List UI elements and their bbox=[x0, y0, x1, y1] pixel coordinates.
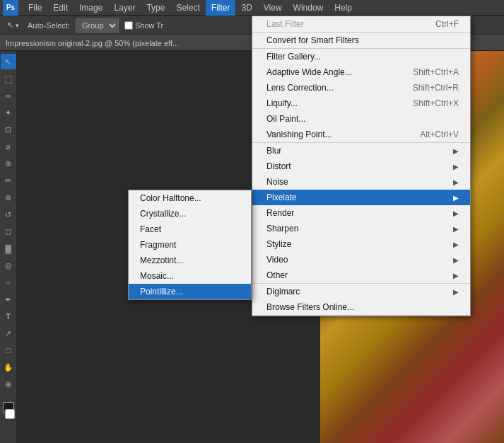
filter-menu-section-bottom: Digimarc ▶ Browse Filters Online... bbox=[252, 284, 470, 316]
tool-gradient[interactable]: ▓ bbox=[1, 241, 16, 256]
tool-shapes[interactable]: □ bbox=[1, 343, 16, 358]
last-filter-label: Last Filter bbox=[266, 19, 304, 29]
menu-window[interactable]: Window bbox=[288, 0, 329, 16]
pixelate-facet[interactable]: Facet bbox=[129, 222, 251, 237]
pointillize-label: Pointillize... bbox=[140, 287, 183, 297]
filter-convert-smart[interactable]: Convert for Smart Filters bbox=[252, 33, 470, 48]
menu-edit[interactable]: Edit bbox=[47, 0, 74, 16]
filter-menu: Last Filter Ctrl+F Convert for Smart Fil… bbox=[252, 16, 471, 316]
filter-adaptive-shortcut: Shift+Ctrl+A bbox=[413, 67, 459, 77]
mosaic-label: Mosaic... bbox=[140, 271, 174, 281]
left-toolbar: ↖ ⬚ ∞ ✦ ⊡ ⌀ ⊕ ✏ ⊛ ↺ ◻ ▓ ◎ ○ ✒ T ↗ □ ✋ ⊕ bbox=[0, 51, 17, 443]
filter-video-arrow: ▶ bbox=[453, 256, 459, 264]
filter-digimarc-arrow: ▶ bbox=[453, 288, 459, 296]
filter-render-label: Render bbox=[266, 208, 294, 218]
tool-brush[interactable]: ✏ bbox=[1, 173, 16, 188]
filter-render[interactable]: Render ▶ bbox=[252, 205, 470, 221]
filter-distort-arrow: ▶ bbox=[453, 163, 459, 171]
pixelate-mezzotint[interactable]: Mezzotint... bbox=[129, 253, 251, 268]
tool-zoom[interactable]: ⊕ bbox=[1, 376, 16, 392]
tool-pen[interactable]: ✒ bbox=[1, 292, 16, 307]
filter-blur-label: Blur bbox=[266, 146, 281, 156]
filter-sharpen-label: Sharpen bbox=[266, 224, 298, 234]
filter-sharpen-arrow: ▶ bbox=[453, 225, 459, 233]
menu-layer[interactable]: Layer bbox=[108, 0, 141, 16]
color-halftone-label: Color Halftone... bbox=[140, 193, 201, 203]
filter-vanishing[interactable]: Vanishing Point... Alt+Ctrl+V bbox=[252, 127, 470, 142]
tool-eraser[interactable]: ◻ bbox=[1, 224, 16, 239]
tool-dodge[interactable]: ○ bbox=[1, 275, 16, 290]
filter-stylize-arrow: ▶ bbox=[453, 241, 459, 248]
pixelate-mosaic[interactable]: Mosaic... bbox=[129, 268, 251, 284]
filter-sharpen[interactable]: Sharpen ▶ bbox=[252, 221, 470, 236]
show-transform-checkbox[interactable] bbox=[124, 21, 133, 30]
filter-gallery-label: Filter Gallery... bbox=[266, 52, 321, 62]
filter-other-label: Other bbox=[266, 270, 288, 280]
document-title: Impressionism original-2.jpg @ 50% (pixe… bbox=[6, 39, 179, 47]
tool-move[interactable]: ↖ bbox=[1, 54, 16, 69]
tool-history[interactable]: ↺ bbox=[1, 207, 16, 222]
background-color[interactable] bbox=[5, 409, 15, 419]
autoselect-dropdown[interactable]: Group Layer bbox=[76, 18, 119, 33]
tool-select-rect[interactable]: ⬚ bbox=[1, 71, 16, 86]
filter-gallery[interactable]: Filter Gallery... bbox=[252, 49, 470, 64]
tool-hand[interactable]: ✋ bbox=[1, 359, 16, 375]
filter-browse[interactable]: Browse Filters Online... bbox=[252, 299, 470, 315]
filter-adaptive[interactable]: Adaptive Wide Angle... Shift+Ctrl+A bbox=[252, 64, 470, 80]
pixelate-crystallize[interactable]: Crystallize... bbox=[129, 206, 251, 222]
tool-crop[interactable]: ⊡ bbox=[1, 122, 16, 137]
filter-pixelate-arrow: ▶ bbox=[453, 194, 459, 202]
filter-noise[interactable]: Noise ▶ bbox=[252, 174, 470, 190]
show-transform-label: Show Tr bbox=[135, 21, 163, 30]
filter-oilpaint[interactable]: Oil Paint... bbox=[252, 111, 470, 127]
menu-select[interactable]: Select bbox=[170, 0, 205, 16]
menu-file[interactable]: File bbox=[23, 0, 47, 16]
filter-other-arrow: ▶ bbox=[453, 272, 459, 280]
move-icon: ↖ bbox=[7, 21, 13, 30]
filter-lens[interactable]: Lens Correction... Shift+Ctrl+R bbox=[252, 80, 470, 96]
facet-label: Facet bbox=[140, 224, 161, 234]
filter-stylize-label: Stylize bbox=[266, 239, 291, 249]
filter-distort-label: Distort bbox=[266, 161, 291, 171]
filter-digimarc[interactable]: Digimarc ▶ bbox=[252, 284, 470, 299]
filter-vanishing-shortcut: Alt+Ctrl+V bbox=[420, 130, 459, 139]
menu-help[interactable]: Help bbox=[329, 0, 358, 16]
tool-eyedropper[interactable]: ⌀ bbox=[1, 139, 16, 154]
show-transform-checkbox-area: Show Tr bbox=[122, 20, 166, 31]
filter-distort[interactable]: Distort ▶ bbox=[252, 159, 470, 174]
tool-stamp[interactable]: ⊛ bbox=[1, 190, 16, 205]
filter-stylize[interactable]: Stylize ▶ bbox=[252, 236, 470, 252]
filter-noise-arrow: ▶ bbox=[453, 178, 459, 186]
filter-pixelate[interactable]: Pixelate ▶ bbox=[252, 190, 470, 205]
tool-text[interactable]: T bbox=[1, 309, 16, 324]
mezzotint-label: Mezzotint... bbox=[140, 255, 183, 265]
menu-3d[interactable]: 3D bbox=[235, 0, 257, 16]
pixelate-color-halftone[interactable]: Color Halftone... bbox=[129, 190, 251, 206]
menu-filter[interactable]: Filter bbox=[206, 0, 236, 16]
filter-adaptive-label: Adaptive Wide Angle... bbox=[266, 67, 352, 77]
menu-view[interactable]: View bbox=[258, 0, 288, 16]
filter-menu-section-gallery: Filter Gallery... Adaptive Wide Angle...… bbox=[252, 49, 470, 143]
tool-blur[interactable]: ◎ bbox=[1, 258, 16, 273]
ps-logo: Ps bbox=[3, 0, 18, 16]
filter-pixelate-label: Pixelate bbox=[266, 192, 297, 202]
last-filter-shortcut: Ctrl+F bbox=[435, 19, 459, 29]
filter-lens-label: Lens Correction... bbox=[266, 83, 334, 93]
pixelate-pointillize[interactable]: Pointillize... bbox=[129, 284, 251, 299]
filter-blur[interactable]: Blur ▶ bbox=[252, 143, 470, 159]
tool-healing[interactable]: ⊕ bbox=[1, 156, 16, 171]
menu-type[interactable]: Type bbox=[141, 0, 170, 16]
crystallize-label: Crystallize... bbox=[140, 209, 186, 219]
pixelate-fragment[interactable]: Fragment bbox=[129, 237, 251, 253]
filter-video[interactable]: Video ▶ bbox=[252, 252, 470, 267]
filter-other[interactable]: Other ▶ bbox=[252, 267, 470, 283]
filter-last-filter[interactable]: Last Filter Ctrl+F bbox=[252, 16, 470, 32]
filter-oilpaint-label: Oil Paint... bbox=[266, 114, 305, 124]
tool-lasso[interactable]: ∞ bbox=[1, 88, 16, 103]
menu-image[interactable]: Image bbox=[74, 0, 108, 16]
filter-liquify[interactable]: Liquify... Shift+Ctrl+X bbox=[252, 96, 470, 111]
tool-magic-wand[interactable]: ✦ bbox=[1, 105, 16, 120]
tool-path-select[interactable]: ↗ bbox=[1, 326, 16, 341]
filter-noise-label: Noise bbox=[266, 177, 288, 187]
fragment-label: Fragment bbox=[140, 240, 176, 250]
